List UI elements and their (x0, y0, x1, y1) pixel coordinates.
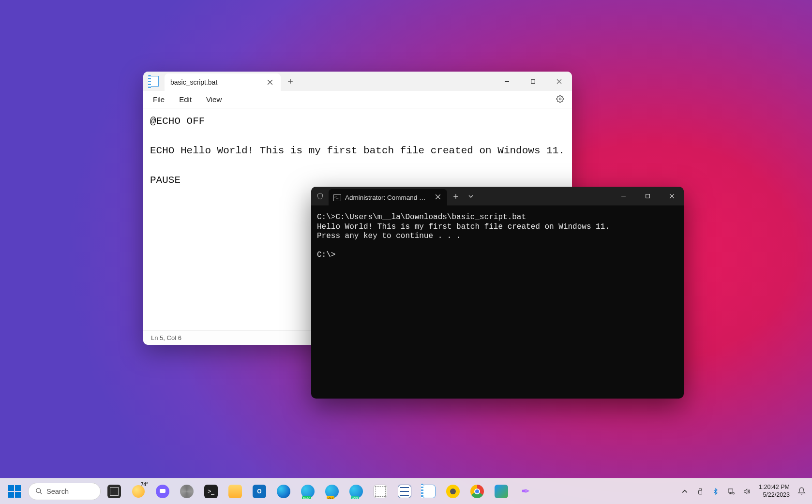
app-icon (495, 485, 508, 498)
taskbar-notepad[interactable] (418, 481, 439, 502)
notepad-new-tab-button[interactable] (281, 72, 300, 91)
taskbar-edge[interactable] (273, 481, 294, 502)
taskbar-snipping[interactable] (370, 481, 391, 502)
taskbar-settings[interactable] (176, 481, 197, 502)
weather-temp: 74° (141, 482, 148, 487)
svg-rect-6 (728, 489, 733, 492)
svg-point-7 (733, 492, 734, 494)
notepad-close-button[interactable] (546, 72, 572, 91)
cmd-icon (333, 194, 341, 201)
taskbar-brush[interactable]: ✒ (515, 481, 536, 502)
terminal-tab-close-icon[interactable] (434, 194, 442, 201)
taskbar-chat[interactable] (152, 481, 173, 502)
admin-shield-icon (311, 187, 329, 206)
terminal-tab-label: Administrator: Command Pro (345, 194, 427, 201)
terminal-close-button[interactable] (660, 187, 684, 206)
search-label: Search (46, 488, 69, 495)
menu-file[interactable]: File (147, 93, 170, 105)
svg-rect-2 (646, 194, 649, 198)
terminal-titlebar[interactable]: Administrator: Command Pro (311, 187, 684, 206)
folder-icon (228, 485, 242, 498)
chrome-canary-icon (446, 485, 460, 498)
notepad-cursor-position: Ln 5, Col 6 (151, 334, 181, 341)
chat-icon (156, 485, 169, 498)
snipping-icon (374, 485, 387, 498)
svg-point-1 (559, 98, 561, 100)
outlook-icon: O (253, 485, 266, 498)
taskbar-taskview[interactable] (104, 481, 125, 502)
taskbar-explorer[interactable] (225, 481, 246, 502)
tray-bluetooth-icon[interactable] (708, 481, 723, 502)
taskbar: Search 74° >_ O ✒ (0, 478, 812, 504)
terminal-maximize-button[interactable] (635, 187, 660, 206)
menu-edit[interactable]: Edit (173, 93, 197, 105)
notepad-tab-label: basic_script.bat (170, 78, 217, 86)
edge-canary-icon (349, 485, 363, 498)
windows-logo-icon (8, 485, 21, 498)
svg-rect-5 (699, 490, 702, 494)
brush-icon: ✒ (519, 485, 532, 498)
svg-point-3 (36, 489, 41, 493)
taskbar-clock[interactable]: 1:20:42 PM 5/22/2023 (755, 484, 794, 499)
terminal-window: Administrator: Command Pro C:\>C:\Users\… (311, 187, 684, 399)
svg-rect-4 (699, 489, 702, 490)
terminal-icon: >_ (204, 485, 218, 498)
search-icon (35, 488, 43, 495)
tray-usb-icon[interactable] (693, 481, 707, 502)
tray-volume-icon[interactable] (739, 481, 754, 502)
taskbar-app-wc[interactable] (491, 481, 512, 502)
taskbar-terminal[interactable]: >_ (200, 481, 222, 502)
terminal-output[interactable]: C:\>C:\Users\m__la\Downloads\basic_scrip… (311, 206, 684, 399)
edge-beta-icon (301, 485, 315, 498)
notepad-icon (422, 485, 436, 498)
notepad-menubar: File Edit View (143, 91, 572, 108)
start-button[interactable] (4, 481, 25, 502)
document-icon (398, 485, 411, 498)
terminal-minimize-button[interactable] (611, 187, 635, 206)
notification-center-icon[interactable] (795, 481, 808, 502)
taskbar-edge-beta[interactable] (297, 481, 318, 502)
notepad-tab[interactable]: basic_script.bat (165, 74, 281, 91)
taskbar-edge-dev[interactable] (321, 481, 343, 502)
notepad-settings-button[interactable] (552, 93, 568, 106)
menu-view[interactable]: View (200, 93, 227, 105)
terminal-new-tab-button[interactable] (447, 187, 465, 206)
notepad-tab-close-icon[interactable] (265, 77, 275, 87)
taskbar-chrome-canary[interactable] (442, 481, 464, 502)
clock-time: 1:20:42 PM (759, 484, 790, 491)
taskbar-weather[interactable]: 74° (128, 481, 149, 502)
taskbar-chrome[interactable] (466, 481, 488, 502)
notepad-titlebar[interactable]: basic_script.bat (143, 72, 572, 91)
clock-date: 5/22/2023 (759, 491, 790, 499)
tray-overflow[interactable] (677, 481, 692, 502)
tray-network-icon[interactable] (724, 481, 738, 502)
notepad-maximize-button[interactable] (520, 72, 546, 91)
edge-icon (277, 485, 290, 498)
taskbar-outlook[interactable]: O (249, 481, 270, 502)
edge-dev-icon (325, 485, 339, 498)
settings-icon (180, 485, 194, 498)
notepad-minimize-button[interactable] (494, 72, 520, 91)
taskbar-word[interactable] (394, 481, 415, 502)
svg-rect-0 (531, 79, 535, 83)
taskbar-search[interactable]: Search (28, 483, 101, 500)
terminal-tab-dropdown-icon[interactable] (465, 187, 477, 206)
terminal-tab[interactable]: Administrator: Command Pro (329, 189, 447, 206)
taskbar-edge-canary[interactable] (346, 481, 367, 502)
chrome-icon (470, 485, 484, 498)
notepad-app-icon (143, 72, 165, 91)
taskview-icon (107, 485, 121, 498)
